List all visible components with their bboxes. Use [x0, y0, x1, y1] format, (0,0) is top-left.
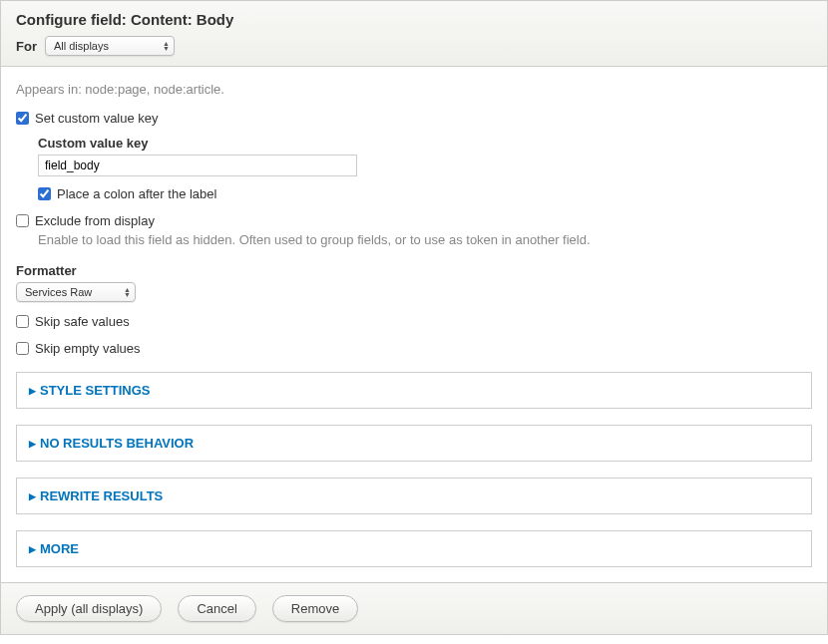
dialog-header: Configure field: Content: Body For All d…	[1, 1, 827, 67]
cancel-button[interactable]: Cancel	[178, 595, 255, 622]
set-custom-value-key-label[interactable]: Set custom value key	[35, 111, 159, 126]
place-colon-checkbox[interactable]	[38, 187, 51, 200]
custom-value-key-group: Custom value key Place a colon after the…	[38, 136, 812, 201]
fieldset-more[interactable]: ▶ MORE	[16, 530, 812, 567]
place-colon-label[interactable]: Place a colon after the label	[57, 186, 216, 201]
skip-safe-values-checkbox[interactable]	[16, 315, 29, 328]
set-custom-value-key-checkbox[interactable]	[16, 112, 29, 125]
fieldset-style-settings[interactable]: ▶ STYLE SETTINGS	[16, 372, 812, 409]
formatter-label: Formatter	[16, 263, 812, 278]
fieldset-no-results-behavior[interactable]: ▶ NO RESULTS BEHAVIOR	[16, 425, 812, 462]
caret-right-icon: ▶	[29, 491, 36, 501]
for-label: For	[16, 39, 37, 54]
dialog-content: Appears in: node:page, node:article. Set…	[1, 67, 827, 582]
select-arrows-icon: ▲▼	[163, 41, 170, 51]
fieldset-label: REWRITE RESULTS	[40, 488, 163, 503]
caret-right-icon: ▶	[29, 544, 36, 554]
formatter-select-value: Services Raw	[25, 286, 92, 298]
fieldset-label: MORE	[40, 541, 79, 556]
custom-value-key-label: Custom value key	[38, 136, 812, 151]
appears-in-text: Appears in: node:page, node:article.	[16, 82, 812, 97]
dialog-footer: Apply (all displays) Cancel Remove	[1, 582, 827, 634]
exclude-from-display-label[interactable]: Exclude from display	[35, 213, 155, 228]
skip-safe-values-item: Skip safe values	[16, 314, 812, 329]
exclude-from-display-checkbox[interactable]	[16, 214, 29, 227]
fieldset-rewrite-results[interactable]: ▶ REWRITE RESULTS	[16, 478, 812, 514]
formatter-item: Formatter Services Raw ▲▼	[16, 263, 812, 302]
caret-right-icon: ▶	[29, 439, 36, 449]
fieldset-label: NO RESULTS BEHAVIOR	[40, 436, 194, 451]
formatter-select[interactable]: Services Raw ▲▼	[16, 282, 136, 302]
remove-button[interactable]: Remove	[272, 595, 358, 622]
select-arrows-icon: ▲▼	[124, 287, 131, 297]
fieldset-label: STYLE SETTINGS	[40, 383, 151, 398]
apply-button[interactable]: Apply (all displays)	[16, 595, 162, 622]
for-select[interactable]: All displays ▲▼	[45, 36, 175, 56]
dialog-title: Configure field: Content: Body	[16, 11, 812, 28]
skip-empty-values-checkbox[interactable]	[16, 342, 29, 355]
configure-field-dialog: Configure field: Content: Body For All d…	[0, 0, 828, 635]
skip-safe-values-label[interactable]: Skip safe values	[35, 314, 130, 329]
for-row: For All displays ▲▼	[16, 36, 812, 56]
skip-empty-values-label[interactable]: Skip empty values	[35, 341, 141, 356]
caret-right-icon: ▶	[29, 386, 36, 396]
exclude-from-display-item: Exclude from display Enable to load this…	[16, 213, 812, 247]
skip-empty-values-item: Skip empty values	[16, 341, 812, 356]
custom-value-key-input[interactable]	[38, 155, 357, 176]
set-custom-value-key-item: Set custom value key Custom value key Pl…	[16, 111, 812, 201]
exclude-from-display-description: Enable to load this field as hidden. Oft…	[38, 232, 812, 247]
for-select-value: All displays	[54, 40, 109, 52]
